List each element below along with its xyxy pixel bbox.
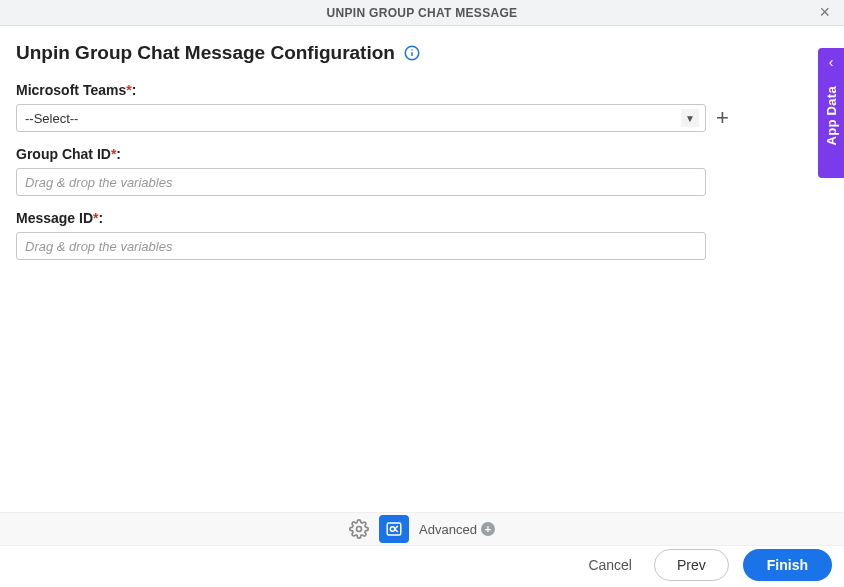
field-message-id: Message ID*: [16,210,828,260]
input-message-id[interactable] [16,232,706,260]
svg-point-2 [411,49,413,51]
app-data-tab[interactable]: ‹ App Data [818,48,844,178]
label-microsoft-teams-text: Microsoft Teams [16,82,126,98]
advanced-toggle[interactable]: Advanced + [419,522,495,537]
svg-point-3 [357,527,362,532]
field-microsoft-teams: Microsoft Teams*: --Select-- ▼ + [16,82,828,132]
label-microsoft-teams: Microsoft Teams*: [16,82,828,98]
label-group-chat-id: Group Chat ID*: [16,146,828,162]
dialog-actions: Cancel Prev Finish [580,549,832,581]
dialog-content: Unpin Group Chat Message Configuration M… [0,26,844,260]
advanced-label-text: Advanced [419,522,477,537]
add-connection-icon[interactable]: + [714,107,731,129]
label-message-id: Message ID*: [16,210,828,226]
close-icon[interactable]: × [813,2,836,23]
label-group-chat-id-text: Group Chat ID [16,146,111,162]
required-marker: * [93,210,98,226]
advanced-icon[interactable] [379,515,409,543]
field-group-chat-id: Group Chat ID*: [16,146,828,196]
required-marker: * [111,146,116,162]
page-title-row: Unpin Group Chat Message Configuration [16,42,828,64]
chevron-down-icon: ▼ [681,109,699,127]
required-marker: * [126,82,131,98]
dialog-title: UNPIN GROUP CHAT MESSAGE [327,6,518,20]
prev-button[interactable]: Prev [654,549,729,581]
input-group-chat-id[interactable] [16,168,706,196]
chevron-left-icon: ‹ [829,54,834,70]
info-icon[interactable] [403,44,421,62]
gear-icon[interactable] [349,519,369,539]
label-message-id-text: Message ID [16,210,93,226]
svg-point-5 [390,527,395,532]
select-row-microsoft-teams: --Select-- ▼ + [16,104,828,132]
app-data-label: App Data [824,86,839,145]
dialog-header: UNPIN GROUP CHAT MESSAGE × [0,0,844,26]
finish-button[interactable]: Finish [743,549,832,581]
plus-circle-icon: + [481,522,495,536]
page-title: Unpin Group Chat Message Configuration [16,42,395,64]
footer-toolbar: Advanced + [0,512,844,546]
cancel-button[interactable]: Cancel [580,551,640,579]
select-microsoft-teams-value: --Select-- [25,111,78,126]
select-microsoft-teams[interactable]: --Select-- ▼ [16,104,706,132]
